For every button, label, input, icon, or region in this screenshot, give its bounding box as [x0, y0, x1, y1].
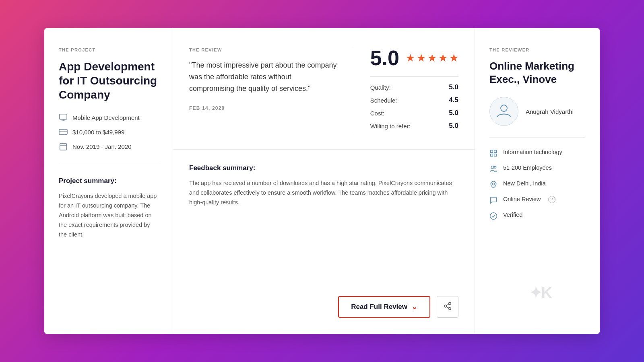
read-full-review-button[interactable]: Read Full Review ⌄	[338, 296, 430, 318]
review-quote-text: "The most impressive part about the comp…	[189, 60, 338, 94]
reviewer-avatar-row: Anugrah Vidyarthi	[489, 97, 585, 126]
star-2: ★	[417, 52, 426, 64]
review-date: FEB 14, 2020	[189, 105, 338, 111]
reviewer-location: New Delhi, India	[489, 180, 585, 189]
reviewer-employees: 51-200 Employees	[489, 165, 585, 173]
svg-rect-5	[60, 144, 67, 150]
project-service-meta: Mobile App Development	[59, 113, 158, 122]
share-button[interactable]	[437, 296, 458, 318]
chevron-down-icon: ⌄	[411, 302, 417, 311]
reviewer-verified: Verified	[489, 212, 585, 220]
schedule-label: Schedule:	[370, 97, 397, 104]
building-icon	[489, 149, 497, 157]
svg-point-9	[449, 302, 451, 304]
svg-line-12	[446, 306, 449, 308]
share-icon	[443, 302, 452, 313]
star-4: ★	[438, 52, 448, 64]
chat-icon	[489, 196, 497, 204]
stars-container: ★ ★ ★ ★ ★	[406, 52, 458, 64]
project-dates-text: Nov. 2019 - Jan. 2020	[72, 143, 131, 150]
svg-rect-3	[59, 130, 67, 135]
schedule-value: 4.5	[449, 96, 458, 104]
rating-divider	[370, 76, 458, 77]
refer-value: 5.0	[449, 122, 458, 130]
cost-label: Cost:	[370, 110, 384, 117]
user-icon	[496, 103, 512, 120]
location-icon	[489, 181, 497, 189]
review-type-text: Online Review	[503, 196, 541, 202]
project-dates-meta: Nov. 2019 - Jan. 2020	[59, 142, 158, 151]
svg-point-14	[501, 105, 507, 111]
quality-label: Quality:	[370, 84, 391, 91]
star-5: ★	[449, 52, 458, 64]
reviewer-review-type: Online Review ?	[489, 196, 585, 204]
read-full-review-label: Read Full Review	[351, 303, 407, 311]
svg-rect-15	[491, 150, 493, 153]
star-3: ★	[427, 52, 437, 64]
svg-point-21	[493, 183, 495, 185]
svg-point-20	[494, 166, 496, 168]
star-1: ★	[406, 52, 415, 64]
project-divider	[59, 164, 158, 164]
people-icon	[489, 165, 497, 173]
calendar-icon	[59, 142, 68, 151]
location-text: New Delhi, India	[503, 180, 546, 187]
svg-rect-18	[491, 154, 493, 156]
review-actions: Read Full Review ⌄	[189, 296, 458, 318]
check-circle-icon	[489, 212, 497, 220]
svg-rect-17	[494, 154, 497, 156]
reviewer-divider	[489, 137, 585, 138]
review-bottom-section: Feedback summary: The app has recieved a…	[173, 150, 475, 334]
feedback-title: Feedback summary:	[189, 164, 458, 172]
cost-value: 5.0	[449, 109, 458, 117]
monitor-icon	[59, 113, 68, 122]
reviewer-section-label: THE REVIEWER	[489, 47, 585, 52]
industry-text: Information technology	[503, 149, 562, 155]
cost-rating-row: Cost: 5.0	[370, 109, 458, 117]
quality-rating-row: Quality: 5.0	[370, 83, 458, 91]
project-service-text: Mobile App Development	[72, 114, 140, 121]
summary-title: Project summary:	[59, 177, 158, 185]
feedback-text: The app has recieved a number of downloa…	[189, 179, 458, 208]
svg-point-19	[491, 166, 494, 169]
review-column: THE REVIEW "The most impressive part abo…	[173, 28, 475, 334]
review-quote-section: THE REVIEW "The most impressive part abo…	[189, 47, 354, 135]
project-title: App Development for IT Outsourcing Compa…	[59, 60, 158, 102]
quality-value: 5.0	[449, 83, 458, 91]
overall-rating: 5.0 ★ ★ ★ ★ ★	[370, 47, 458, 68]
review-card: THE PROJECT App Development for IT Outso…	[44, 28, 600, 334]
dollar-icon	[59, 128, 68, 136]
avatar	[489, 97, 518, 126]
watermark: ✦K	[529, 284, 551, 302]
schedule-rating-row: Schedule: 4.5	[370, 96, 458, 104]
refer-label: Willing to refer:	[370, 123, 411, 130]
reviewer-industry: Information technology	[489, 149, 585, 157]
svg-point-10	[444, 305, 447, 307]
review-top-section: THE REVIEW "The most impressive part abo…	[173, 28, 475, 150]
review-section-label: THE REVIEW	[189, 47, 338, 52]
project-meta-list: Mobile App Development $10,000 to $49,99…	[59, 113, 158, 151]
review-ratings-section: 5.0 ★ ★ ★ ★ ★ Quality: 5.0	[354, 47, 458, 135]
employees-text: 51-200 Employees	[503, 165, 552, 171]
svg-rect-16	[494, 150, 497, 153]
reviewer-name: Anugrah Vidyarthi	[526, 107, 574, 116]
project-cost-text: $10,000 to $49,999	[72, 129, 124, 136]
reviewer-title: Online Marketing Exec., Vinove	[489, 60, 585, 86]
project-column: THE PROJECT App Development for IT Outso…	[44, 28, 173, 334]
feedback-content: Feedback summary: The app has recieved a…	[189, 164, 458, 280]
svg-rect-0	[60, 114, 67, 119]
project-cost-meta: $10,000 to $49,999	[59, 128, 158, 136]
reviewer-meta-list: Information technology 51-200 Employees	[489, 149, 585, 220]
svg-point-11	[449, 307, 451, 310]
svg-line-13	[446, 304, 449, 305]
refer-rating-row: Willing to refer: 5.0	[370, 122, 458, 130]
overall-rating-number: 5.0	[370, 47, 399, 68]
summary-text: PixelCrayons developed a mobile app for …	[59, 191, 158, 240]
verified-text: Verified	[503, 212, 522, 218]
project-section-label: THE PROJECT	[59, 47, 158, 52]
svg-point-22	[490, 213, 497, 220]
info-icon: ?	[548, 196, 555, 203]
